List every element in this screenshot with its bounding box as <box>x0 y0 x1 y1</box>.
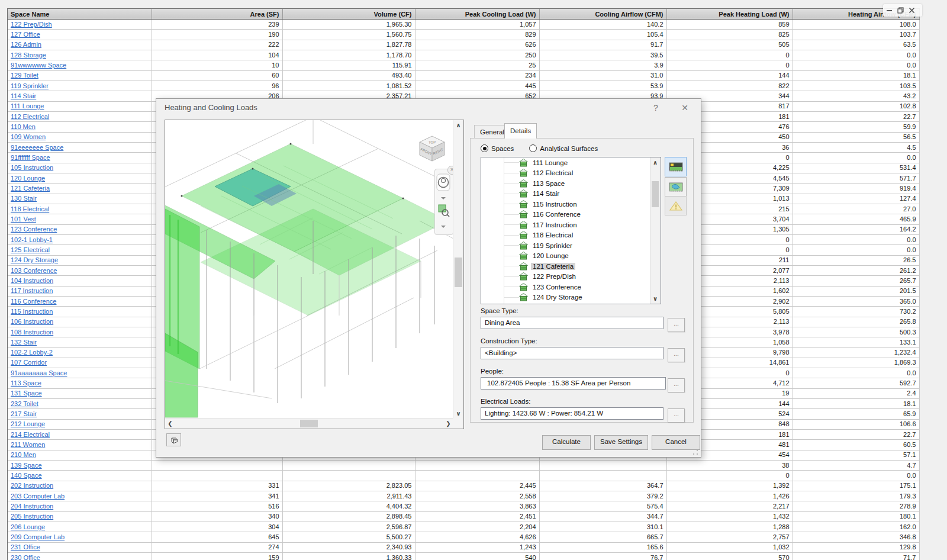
space-link[interactable]: 212 Lounge <box>11 420 45 427</box>
space-link[interactable]: 140 Space <box>11 472 42 479</box>
isometric-view-button[interactable] <box>166 433 181 446</box>
tab-details[interactable]: Details <box>504 123 537 139</box>
help-icon[interactable]: ? <box>650 99 662 117</box>
radio-spaces[interactable]: Spaces <box>481 144 514 152</box>
viewport-horizontal-scrollbar[interactable]: ❮ ❯ <box>165 418 453 429</box>
space-link[interactable]: 124 Dry Storage <box>11 256 58 263</box>
tree-item[interactable]: 123 Conference <box>481 282 650 292</box>
space-link[interactable]: 120 Lounge <box>11 175 45 182</box>
tree-item[interactable]: 111 Lounge <box>481 157 650 168</box>
space-link[interactable]: 105 Instruction <box>11 164 53 171</box>
space-link[interactable]: 127 Office <box>11 31 40 38</box>
space-link[interactable]: 114 Stair <box>11 92 36 99</box>
tree-vertical-scrollbar[interactable]: ∧ ∨ <box>650 157 661 304</box>
calculate-button[interactable]: Calculate <box>542 435 591 450</box>
space-link[interactable]: 107 Corridor <box>11 359 47 366</box>
space-link[interactable]: 116 Conference <box>11 298 56 305</box>
vscroll-thumb[interactable] <box>455 258 462 287</box>
tree-vscroll-thumb[interactable] <box>652 181 659 207</box>
scroll-right-icon[interactable]: ❯ <box>443 419 453 429</box>
space-link[interactable]: 210 Men <box>11 451 36 458</box>
scroll-up-icon[interactable]: ∧ <box>453 120 463 130</box>
space-link[interactable]: 139 Space <box>11 462 42 469</box>
tree-item[interactable]: 120 Lounge <box>481 251 650 262</box>
save-settings-button[interactable]: Save Settings <box>594 435 648 450</box>
space-link[interactable]: 230 Office <box>11 554 40 560</box>
space-link[interactable]: 209 Computer Lab <box>11 533 65 540</box>
space-link[interactable]: 132 Stair <box>11 339 37 346</box>
viewport-vertical-scrollbar[interactable]: ∧ ∨ <box>453 120 463 419</box>
tree-item[interactable]: 113 Space <box>481 178 650 189</box>
space-link[interactable]: 109 Women <box>11 133 46 140</box>
space-link[interactable]: 108 Instruction <box>11 329 53 336</box>
space-link[interactable]: 205 Instruction <box>11 513 53 520</box>
scroll-down-icon[interactable]: ∨ <box>453 408 463 419</box>
space-link[interactable]: 91aaaaaaaa Space <box>11 369 67 376</box>
spaces-tree[interactable]: 111 Lounge112 Electrical113 Space114 Sta… <box>481 157 661 304</box>
space-link[interactable]: 115 Instruction <box>11 308 53 315</box>
tree-item[interactable]: 118 Electrical <box>481 230 650 241</box>
analytical-view-button[interactable] <box>665 177 687 197</box>
people-browse-button[interactable]: ... <box>668 378 685 392</box>
restore-icon[interactable] <box>896 6 905 15</box>
space-link[interactable]: 117 Instruction <box>11 287 53 294</box>
people-input[interactable]: 102.872405 People : 15.38 SF Area per Pe… <box>481 377 666 390</box>
space-link[interactable]: 110 Men <box>11 123 36 130</box>
tree-item[interactable]: 115 Instruction <box>481 199 650 210</box>
space-link[interactable]: 119 Sprinkler <box>11 82 49 89</box>
space-type-input[interactable]: Dining Area <box>481 317 663 329</box>
tree-item[interactable]: 121 Cafeteria <box>481 261 650 272</box>
space-link[interactable]: 130 Stair <box>11 195 37 202</box>
space-link[interactable]: 128 Storage <box>11 52 46 59</box>
tree-item[interactable]: 117 Instruction <box>481 220 650 230</box>
radio-analytical-surfaces[interactable]: Analytical Surfaces <box>529 144 598 152</box>
view-cube[interactable]: TOP FRONT RIGHT <box>418 134 446 163</box>
space-link[interactable]: 232 Toilet <box>11 400 38 407</box>
space-link[interactable]: 126 Admin <box>11 41 41 48</box>
space-link[interactable]: 91fffffff Space <box>11 154 50 161</box>
space-link[interactable]: 91wwwwww Space <box>11 62 66 69</box>
construction-type-browse-button[interactable]: ... <box>668 348 685 362</box>
space-link[interactable]: 102-1 Lobby-1 <box>11 236 53 243</box>
tree-scroll-down-icon[interactable]: ∨ <box>650 294 660 304</box>
tree-item[interactable]: 114 Stair <box>481 189 650 199</box>
construction-type-input[interactable]: <Building> <box>481 347 663 359</box>
dialog-close-icon[interactable]: ✕ <box>678 99 691 117</box>
space-type-browse-button[interactable]: ... <box>668 318 685 332</box>
space-link[interactable]: 231 Office <box>11 543 40 551</box>
cancel-button[interactable]: Cancel <box>652 435 700 450</box>
hscroll-thumb[interactable] <box>300 420 318 427</box>
tree-scroll-up-icon[interactable]: ∧ <box>650 157 660 168</box>
close-icon[interactable] <box>907 6 916 15</box>
space-link[interactable]: 106 Instruction <box>11 318 53 325</box>
space-link[interactable]: 129 Toilet <box>11 72 38 79</box>
resize-grip[interactable] <box>692 449 698 455</box>
tree-item[interactable]: 119 Sprinkler <box>481 240 650 251</box>
model-3d-canvas[interactable]: TOP FRONT RIGHT ✕ <box>165 120 453 419</box>
space-link[interactable]: 125 Electrical <box>11 246 50 253</box>
space-link[interactable]: 217 Stair <box>11 410 37 417</box>
space-link[interactable]: 203 Computer Lab <box>11 493 65 500</box>
minimize-icon[interactable] <box>885 6 894 15</box>
highlight-space-button[interactable] <box>665 157 687 176</box>
tree-item[interactable]: 124 Dry Storage <box>481 292 650 303</box>
space-link[interactable]: 101 Vest <box>11 215 36 223</box>
electrical-loads-browse-button[interactable]: ... <box>668 408 685 423</box>
space-link[interactable]: 91eeeeeee Space <box>11 144 63 151</box>
space-link[interactable]: 131 Space <box>11 390 42 397</box>
space-link[interactable]: 113 Space <box>11 379 41 387</box>
space-link[interactable]: 102-2 Lobby-2 <box>11 349 53 356</box>
space-link[interactable]: 118 Electrical <box>11 205 49 213</box>
model-3d-viewport[interactable]: TOP FRONT RIGHT ✕ <box>165 120 464 429</box>
space-link[interactable]: 121 Cafeteria <box>11 185 50 192</box>
space-link[interactable]: 211 Women <box>11 441 45 448</box>
space-link[interactable]: 112 Electrical <box>11 113 49 120</box>
electrical-loads-input[interactable]: Lighting: 1423.68 W : Power: 854.21 W <box>481 407 663 420</box>
space-link[interactable]: 111 Lounge <box>11 102 44 110</box>
space-link[interactable]: 206 Lounge <box>11 523 45 530</box>
tree-item[interactable]: 112 Electrical <box>481 168 650 179</box>
scroll-left-icon[interactable]: ❮ <box>165 419 175 429</box>
space-link[interactable]: 104 Instruction <box>11 277 53 284</box>
space-link[interactable]: 122 Prep/Dish <box>11 21 52 28</box>
space-link[interactable]: 123 Conference <box>11 226 57 233</box>
